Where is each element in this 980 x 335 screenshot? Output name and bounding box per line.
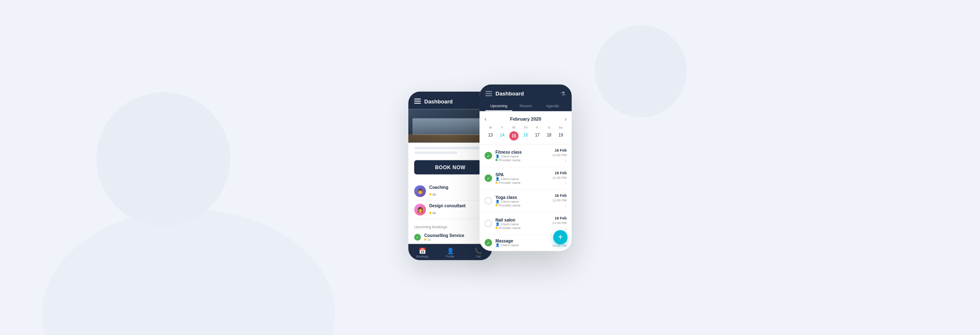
appt-client: 👤 Client name (495, 177, 549, 180)
provider-dot (495, 181, 498, 183)
appt-name: SPA (495, 172, 549, 177)
calendar-prev-button[interactable]: ‹ (485, 115, 487, 122)
chevron-right-icon: › (565, 203, 567, 209)
list-item[interactable]: SPA 👤 Client name Provider name 16 Feb 1… (480, 167, 572, 190)
book-now-button[interactable]: BOOK NOW (414, 160, 486, 175)
calendar-day-16[interactable]: 16 (520, 131, 531, 141)
nav-label-call: Call (476, 255, 481, 258)
description-line-1 (414, 147, 486, 149)
appt-date: 16 Feb (554, 148, 567, 152)
calendar-day-14[interactable]: 14 (496, 131, 508, 141)
bookings-icon: 📅 (419, 247, 426, 254)
menu-icon[interactable] (414, 99, 421, 104)
nav-item-bookings[interactable]: 📅 Bookings (408, 247, 436, 258)
appt-time: 11:00 PM (552, 198, 567, 202)
bg-decoration-right (595, 25, 687, 117)
appt-client: 👤 Client name (495, 222, 549, 226)
calendar-next-button[interactable]: › (565, 115, 567, 122)
appt-status-pending (485, 220, 492, 227)
nav-label-bookings: Bookings (416, 255, 428, 258)
day-header-s: S (543, 125, 555, 129)
list-item[interactable]: Yoga class 👤 Client name Provider name 1… (480, 190, 572, 212)
day-header-su: Su (555, 125, 567, 129)
appt-info: Fitness class 👤 Client name Provider nam… (495, 149, 549, 162)
appt-info: Yoga class 👤 Client name Provider name (495, 195, 549, 207)
nav-label-profile: Profile (446, 255, 454, 258)
calendar-day-13[interactable]: 13 (485, 131, 496, 141)
service-name: Coaching (429, 185, 486, 190)
upcoming-duration: 1h (424, 238, 486, 242)
tab-agenda[interactable]: Agenda (539, 101, 566, 111)
calendar-day-18[interactable]: 18 (543, 131, 555, 141)
appt-time-info: 16 Feb 11:00 PM › (552, 148, 567, 163)
bg-decoration-left (96, 92, 230, 226)
tab-recent[interactable]: Recent (512, 101, 539, 111)
appt-name: Yoga class (495, 195, 549, 199)
calendar-day-17[interactable]: 17 (531, 131, 543, 141)
profile-icon: 👤 (447, 247, 454, 254)
appt-status-confirmed (485, 239, 492, 247)
avatar: 👩 (414, 204, 426, 215)
add-booking-fab-button[interactable]: + (553, 230, 567, 244)
service-duration: 1h (429, 211, 436, 215)
phone2-tabs: Upcoming Recent Agenda (485, 101, 566, 111)
phones-container: Dashboard 🛒 BOOK NOW 👨 Coaching (408, 75, 572, 260)
appt-provider: Provider name (495, 158, 549, 162)
call-icon: 📞 (475, 247, 482, 254)
appt-time-info: 16 Feb 11:00 PM › (552, 216, 567, 231)
provider-dot (495, 204, 498, 206)
confirmed-check-icon (414, 234, 421, 241)
day-header-w: W (508, 125, 520, 129)
provider-dot (495, 159, 498, 161)
menu-icon[interactable] (485, 91, 492, 96)
appt-client: 👤 Client name (495, 154, 549, 158)
calendar-month-row: ‹ February 2020 › (485, 115, 567, 122)
avatar: 👨 (414, 185, 426, 197)
service-name: Design consultant (429, 204, 486, 208)
status-dot (429, 193, 431, 196)
appt-info: Nail salon 👤 Client name Provider name (495, 217, 549, 229)
phone2-header-left: Dashboard (485, 90, 524, 97)
filter-icon[interactable]: ⚗ (560, 90, 566, 97)
appt-date: 16 Feb (554, 216, 567, 220)
appt-client: 👤 Client name (495, 199, 549, 203)
appt-client: 👤 Client name (495, 243, 549, 247)
nav-item-profile[interactable]: 👤 Profile (436, 247, 464, 258)
phone2-header: Dashboard ⚗ Upcoming Recent Agenda (480, 84, 572, 111)
appt-time: 11:00 PM (552, 221, 567, 224)
appt-name: Fitness class (495, 149, 549, 154)
appt-status-confirmed (485, 175, 492, 182)
appt-info: SPA 👤 Client name Provider name (495, 172, 549, 184)
day-header-f: F (531, 125, 543, 129)
list-item[interactable]: Fitness class 👤 Client name Provider nam… (480, 144, 572, 167)
phone2-header-top: Dashboard ⚗ (485, 90, 566, 97)
phone1-header-left: Dashboard (414, 98, 453, 104)
time-dot (424, 239, 426, 241)
phone2-device: Dashboard ⚗ Upcoming Recent Agenda ‹ Feb… (480, 84, 572, 251)
calendar-day-15[interactable]: 15 (509, 131, 518, 140)
provider-dot (495, 227, 498, 229)
day-header-th: Th (520, 125, 531, 129)
upcoming-info: Counselling Service 1h (424, 233, 486, 242)
appt-name: Nail salon (495, 217, 549, 222)
appt-time: 11:00 PM (552, 175, 567, 179)
calendar-days-grid: 13 14 15 16 17 18 19 (485, 131, 567, 141)
appt-date: 16 Feb (554, 170, 567, 175)
service-duration: 1h (429, 193, 436, 196)
calendar-day-19[interactable]: 19 (555, 131, 567, 141)
phone2-calendar: ‹ February 2020 › M T W Th F S Su 13 14 … (480, 111, 572, 144)
appt-provider: Provider name (495, 180, 549, 184)
bg-decoration-bottom (42, 209, 335, 335)
phone2-title: Dashboard (495, 90, 524, 97)
appt-name: Massage (495, 239, 549, 243)
tab-upcoming[interactable]: Upcoming (485, 101, 512, 111)
appt-time: 11:00 PM (552, 153, 567, 157)
appt-provider: Provider name (495, 203, 549, 207)
chevron-right-icon: › (565, 225, 567, 231)
appt-date: 16 Feb (554, 193, 567, 197)
appt-time-info: 16 Feb 11:00 PM › (552, 170, 567, 186)
chevron-right-icon: › (565, 157, 567, 163)
appt-provider: Provider name (495, 226, 549, 229)
day-header-t: T (496, 125, 508, 129)
service-info: Coaching 1h (429, 185, 486, 197)
